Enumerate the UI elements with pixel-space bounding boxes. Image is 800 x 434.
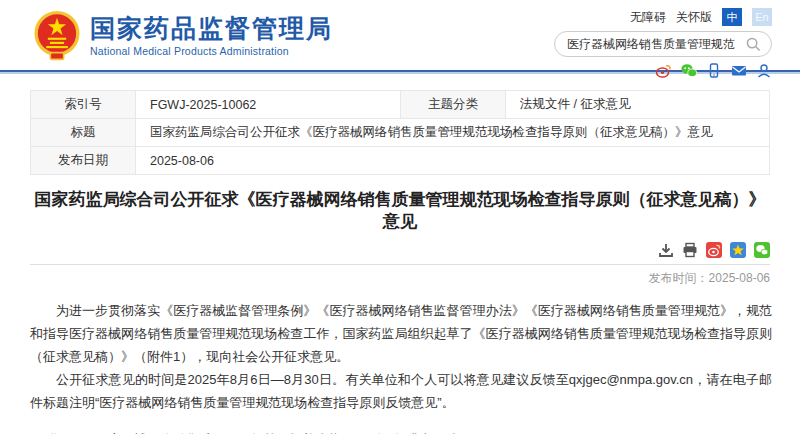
publish-time: 发布时间：2025-08-06 — [30, 270, 770, 287]
mobile-icon[interactable] — [706, 63, 722, 78]
share-wechat-icon[interactable] — [754, 242, 770, 258]
meta-label-subject-category: 主题分类 — [401, 91, 506, 119]
attachments-section: 附件： 1.医疗器械网络销售质量管理规范现场检查指导原则（征求意见稿） 2.意见… — [45, 427, 770, 434]
lang-chinese-button[interactable]: 中 — [722, 8, 742, 26]
meta-value-title: 国家药监局综合司公开征求《医疗器械网络销售质量管理规范现场检查指导原则（征求意见… — [136, 119, 770, 147]
user-icon[interactable] — [756, 63, 772, 78]
search-box — [554, 31, 772, 57]
article-body: 为进一步贯彻落实《医疗器械监督管理条例》《医疗器械网络销售监督管理办法》《医疗器… — [30, 299, 772, 414]
meta-value-index-number: FGWJ-2025-10062 — [136, 91, 401, 119]
search-icon[interactable] — [746, 37, 761, 52]
national-emblem-icon — [32, 10, 82, 62]
accessibility-link[interactable]: 无障碍 — [630, 9, 666, 26]
attachments-label: 附件： — [45, 427, 84, 434]
table-row: 索引号 FGWJ-2025-10062 主题分类 法规文件 / 征求意见 — [31, 91, 770, 119]
site-logo-link[interactable]: 国家药品监督管理局 National Medical Products Admi… — [32, 10, 333, 62]
attachments-list: 1.医疗器械网络销售质量管理规范现场检查指导原则（征求意见稿） 2.意见建议反馈… — [84, 427, 472, 434]
download-icon[interactable] — [658, 242, 674, 258]
article-toolbar — [30, 242, 770, 258]
share-weibo-icon[interactable] — [706, 242, 722, 258]
wechat-icon[interactable] — [681, 63, 697, 78]
print-icon[interactable] — [682, 242, 698, 258]
weibo-icon[interactable] — [656, 63, 672, 78]
article-title: 国家药监局综合司公开征求《医疗器械网络销售质量管理规范现场检查指导原则（征求意见… — [30, 189, 770, 233]
nmpa-webpage: 国家药品监督管理局 National Medical Products Admi… — [0, 0, 800, 434]
title-divider — [30, 264, 770, 265]
meta-label-title: 标题 — [31, 119, 136, 147]
header-right: 无障碍 关怀版 中 En — [554, 6, 772, 78]
search-input[interactable] — [567, 37, 746, 51]
attachment-link-1[interactable]: 1.医疗器械网络销售质量管理规范现场检查指导原则（征求意见稿） — [84, 427, 472, 434]
meta-label-publish-date: 发布日期 — [31, 147, 136, 175]
brand-text: 国家药品监督管理局 National Medical Products Admi… — [90, 15, 333, 57]
paragraph-intro: 为进一步贯彻落实《医疗器械监督管理条例》《医疗器械网络销售监督管理办法》《医疗器… — [30, 299, 772, 368]
paragraph-feedback: 公开征求意见的时间是2025年8月6日—8月30日。有关单位和个人可以将意见建议… — [30, 368, 772, 414]
social-icon-row — [656, 63, 772, 78]
article-main: 索引号 FGWJ-2025-10062 主题分类 法规文件 / 征求意见 标题 … — [0, 90, 800, 434]
table-row: 标题 国家药监局综合司公开征求《医疗器械网络销售质量管理规范现场检查指导原则（征… — [31, 119, 770, 147]
agency-name-en: National Medical Products Administration — [90, 45, 333, 57]
table-row: 发布日期 2025-08-06 — [31, 147, 770, 175]
mail-icon[interactable] — [731, 63, 747, 78]
agency-name-cn: 国家药品监督管理局 — [90, 15, 333, 43]
lang-english-button[interactable]: En — [752, 8, 772, 26]
meta-value-publish-date: 2025-08-06 — [136, 147, 770, 175]
top-links: 无障碍 关怀版 中 En — [630, 8, 772, 26]
meta-value-subject-category: 法规文件 / 征求意见 — [506, 91, 770, 119]
meta-label-index-number: 索引号 — [31, 91, 136, 119]
favorite-icon[interactable] — [730, 242, 746, 258]
site-header: 国家药品监督管理局 National Medical Products Admi… — [0, 0, 800, 70]
care-version-link[interactable]: 关怀版 — [676, 9, 712, 26]
document-meta-table: 索引号 FGWJ-2025-10062 主题分类 法规文件 / 征求意见 标题 … — [30, 90, 770, 175]
